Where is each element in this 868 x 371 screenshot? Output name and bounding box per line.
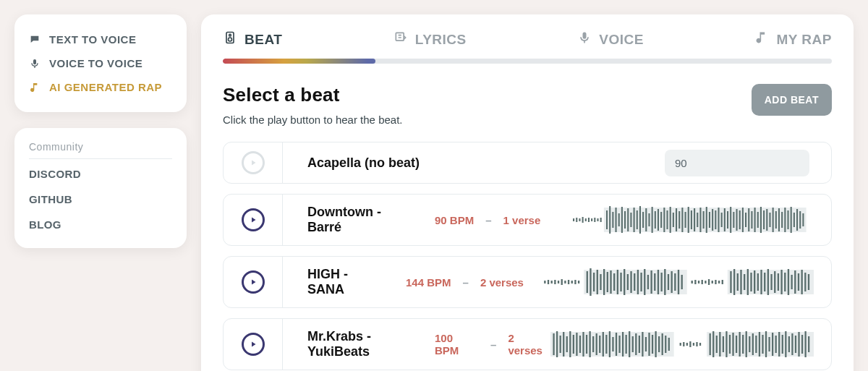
music-icon — [754, 30, 769, 48]
step-label: MY RAP — [776, 32, 832, 48]
beat-row-acapella[interactable]: Acapella (no beat) — [223, 142, 832, 184]
step-tabs: BEAT LYRICS VOICE MY RAP — [223, 30, 832, 48]
nav-voice-to-voice[interactable]: VOICE TO VOICE — [29, 51, 172, 75]
beat-title: Mr.Krabs - YukiBeats — [283, 319, 435, 370]
beat-meta: 90 BPM – 1 verse — [435, 214, 572, 226]
step-label: LYRICS — [415, 32, 467, 48]
speaker-icon — [223, 30, 237, 48]
community-heading: Community — [29, 141, 172, 159]
page-title: Select a beat — [223, 84, 403, 106]
sidebar: TEXT TO VOICE VOICE TO VOICE AI GENERATE… — [14, 14, 187, 371]
step-label: VOICE — [599, 32, 644, 48]
nav-label: VOICE TO VOICE — [49, 57, 142, 69]
waveform-svg — [550, 328, 814, 361]
chat-icon — [29, 34, 41, 46]
waveform-svg — [543, 265, 814, 299]
nav-label: TEXT TO VOICE — [49, 33, 136, 46]
beat-title: HIGH - SANA — [283, 257, 406, 307]
mic-icon — [577, 30, 592, 48]
beat-meta: 144 BPM – 2 verses — [406, 276, 543, 289]
play-button[interactable] — [242, 333, 265, 356]
beat-verses: 2 verses — [508, 332, 550, 357]
step-my-rap[interactable]: MY RAP — [754, 30, 832, 48]
nav-ai-rap[interactable]: AI GENERATED RAP — [29, 75, 172, 99]
beat-meta: 100 BPM – 2 verses — [435, 332, 550, 357]
play-button[interactable] — [242, 151, 265, 174]
beat-row[interactable]: Mr.Krabs - YukiBeats 100 BPM – 2 verses — [223, 318, 832, 370]
link-discord[interactable]: DISCORD — [29, 159, 172, 184]
progress-fill — [223, 59, 375, 64]
music-icon — [29, 82, 41, 93]
nav-text-to-voice[interactable]: TEXT TO VOICE — [29, 27, 172, 51]
play-button[interactable] — [242, 270, 265, 294]
page-subtitle: Click the play button to hear the beat. — [223, 114, 403, 126]
beat-title: Acapella (no beat) — [283, 145, 438, 181]
nav-label: AI GENERATED RAP — [49, 81, 162, 93]
waveform[interactable] — [572, 199, 831, 241]
main-panel: BEAT LYRICS VOICE MY RAP — [201, 14, 854, 371]
progress-bar — [223, 59, 832, 64]
beat-verses: 2 verses — [480, 276, 524, 289]
step-lyrics[interactable]: LYRICS — [393, 30, 467, 48]
beat-bpm: 100 BPM — [435, 332, 479, 357]
sidebar-community-card: Community DISCORD GITHUB BLOG — [14, 128, 187, 248]
waveform[interactable] — [543, 261, 831, 303]
mic-icon — [29, 58, 41, 69]
play-button[interactable] — [242, 208, 265, 231]
beat-bpm: 144 BPM — [406, 276, 451, 289]
waveform[interactable] — [550, 323, 831, 365]
lyrics-icon — [393, 30, 408, 48]
svg-point-2 — [229, 38, 232, 41]
bpm-input[interactable] — [665, 150, 809, 176]
beat-title: Downtown - Barré — [283, 195, 435, 245]
sidebar-nav-card: TEXT TO VOICE VOICE TO VOICE AI GENERATE… — [14, 14, 187, 112]
step-label: BEAT — [244, 32, 282, 48]
meta-dash: – — [485, 214, 491, 226]
step-voice[interactable]: VOICE — [577, 30, 644, 48]
beat-verses: 1 verse — [503, 214, 541, 226]
beat-row[interactable]: Downtown - Barré 90 BPM – 1 verse — [223, 194, 832, 246]
svg-point-1 — [229, 34, 231, 36]
link-blog[interactable]: BLOG — [29, 210, 172, 235]
beat-bpm: 90 BPM — [435, 214, 474, 226]
step-beat[interactable]: BEAT — [223, 30, 282, 48]
svg-rect-3 — [396, 33, 404, 40]
add-beat-button[interactable]: ADD BEAT — [752, 84, 832, 116]
beat-list: Acapella (no beat) Downtown - Barré 90 B… — [223, 142, 832, 370]
waveform-svg — [572, 203, 814, 236]
beat-row[interactable]: HIGH - SANA 144 BPM – 2 verses — [223, 256, 832, 308]
link-github[interactable]: GITHUB — [29, 184, 172, 210]
